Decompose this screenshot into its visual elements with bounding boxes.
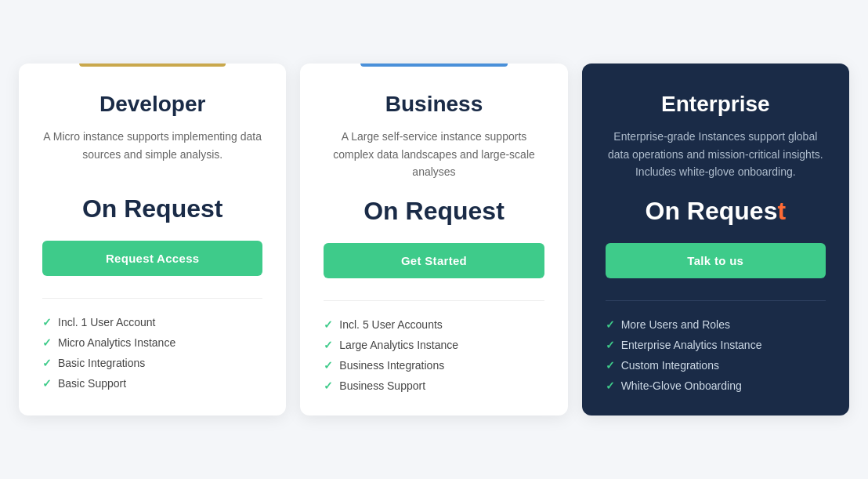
card-title-developer: Developer	[42, 92, 262, 117]
check-icon: ✓	[42, 357, 52, 369]
check-icon: ✓	[324, 318, 333, 331]
card-price-enterprise: On Request	[606, 197, 826, 226]
feature-text: Large Analytics Instance	[339, 339, 458, 351]
divider-enterprise	[606, 300, 826, 301]
cta-button-enterprise[interactable]: Talk to us	[606, 243, 826, 278]
pricing-card-developer: Developer A Micro instance supports impl…	[19, 64, 286, 415]
cta-button-developer[interactable]: Request Access	[42, 241, 262, 276]
features-list-developer: ✓ Incl. 1 User Account ✓ Micro Analytics…	[42, 316, 262, 390]
feature-text: Incl. 1 User Account	[58, 316, 156, 328]
feature-item: ✓ Business Integrations	[324, 359, 544, 372]
card-description-enterprise: Enterprise-grade Instances support globa…	[606, 128, 826, 180]
check-icon: ✓	[606, 339, 615, 351]
feature-text: Enterprise Analytics Instance	[621, 339, 762, 351]
feature-item: ✓ Micro Analytics Instance	[42, 336, 262, 349]
feature-text: More Users and Roles	[621, 318, 730, 331]
features-list-enterprise: ✓ More Users and Roles ✓ Enterprise Anal…	[606, 318, 826, 392]
pricing-card-business: Business A Large self-service instance s…	[300, 64, 567, 415]
feature-item: ✓ Incl. 5 User Accounts	[324, 318, 544, 331]
check-icon: ✓	[324, 339, 333, 351]
feature-text: Incl. 5 User Accounts	[339, 318, 443, 331]
feature-text: Business Support	[339, 379, 425, 392]
check-icon: ✓	[324, 379, 333, 392]
check-icon: ✓	[324, 359, 333, 372]
feature-item: ✓ Incl. 1 User Account	[42, 316, 262, 328]
check-icon: ✓	[42, 377, 52, 390]
card-price-developer: On Request	[42, 194, 262, 223]
feature-item: ✓ Basic Support	[42, 377, 262, 390]
card-price-business: On Request	[324, 197, 544, 226]
feature-item: ✓ More Users and Roles	[606, 318, 826, 331]
pricing-card-enterprise: Enterprise Enterprise-grade Instances su…	[582, 64, 849, 415]
feature-text: White-Glove Onboarding	[621, 379, 742, 392]
features-list-business: ✓ Incl. 5 User Accounts ✓ Large Analytic…	[324, 318, 544, 392]
feature-item: ✓ Custom Integrations	[606, 359, 826, 372]
feature-item: ✓ Enterprise Analytics Instance	[606, 339, 826, 351]
divider-business	[324, 300, 544, 301]
feature-item: ✓ Business Support	[324, 379, 544, 392]
feature-text: Basic Support	[58, 377, 126, 390]
feature-item: ✓ White-Glove Onboarding	[606, 379, 826, 392]
divider-developer	[42, 298, 262, 299]
card-title-business: Business	[324, 92, 544, 117]
cta-button-business[interactable]: Get Started	[324, 243, 544, 278]
check-icon: ✓	[606, 359, 615, 372]
check-icon: ✓	[42, 336, 52, 349]
check-icon: ✓	[42, 316, 52, 328]
card-description-developer: A Micro instance supports implementing d…	[42, 128, 262, 179]
pricing-container: Developer A Micro instance supports impl…	[19, 64, 849, 415]
feature-item: ✓ Large Analytics Instance	[324, 339, 544, 351]
check-icon: ✓	[606, 379, 615, 392]
card-title-enterprise: Enterprise	[606, 92, 826, 117]
feature-text: Basic Integrations	[58, 357, 145, 369]
feature-text: Business Integrations	[339, 359, 444, 372]
card-description-business: A Large self-service instance supports c…	[324, 128, 544, 180]
check-icon: ✓	[606, 318, 615, 331]
feature-text: Custom Integrations	[621, 359, 719, 372]
feature-text: Micro Analytics Instance	[58, 336, 175, 349]
feature-item: ✓ Basic Integrations	[42, 357, 262, 369]
